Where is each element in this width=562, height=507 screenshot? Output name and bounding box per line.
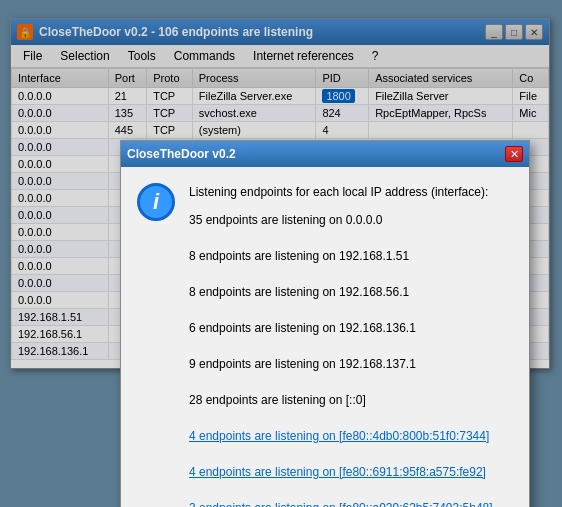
endpoint-line-2: 8 endpoints are listening on 192.168.56.… xyxy=(189,283,513,301)
dialog-content: Listening endpoints for each local IP ad… xyxy=(189,183,513,507)
dialog-header-line: Listening endpoints for each local IP ad… xyxy=(189,183,513,201)
info-icon: i xyxy=(137,183,175,221)
endpoint-line-5: 28 endpoints are listening on [::0] xyxy=(189,391,513,409)
endpoint-line-3: 6 endpoints are listening on 192.168.136… xyxy=(189,319,513,337)
endpoint-line-4: 9 endpoints are listening on 192.168.137… xyxy=(189,355,513,373)
dialog-overlay: CloseTheDoor v0.2 ✕ i Listening endpoint… xyxy=(0,0,562,507)
endpoint-line-6: 4 endpoints are listening on [fe80::4db0… xyxy=(189,427,513,445)
dialog-close-button[interactable]: ✕ xyxy=(505,146,523,162)
dialog-title: CloseTheDoor v0.2 xyxy=(127,147,499,161)
endpoint-line-0: 35 endpoints are listening on 0.0.0.0 xyxy=(189,211,513,229)
dialog-icon: i xyxy=(137,183,177,223)
endpoint-line-1: 8 endpoints are listening on 192.168.1.5… xyxy=(189,247,513,265)
dialog-title-bar: CloseTheDoor v0.2 ✕ xyxy=(121,141,529,167)
endpoint-line-8: 3 endpoints are listening on [fe80::a929… xyxy=(189,499,513,507)
dialog-body: i Listening endpoints for each local IP … xyxy=(121,167,529,507)
dialog: CloseTheDoor v0.2 ✕ i Listening endpoint… xyxy=(120,140,530,507)
endpoint-line-7: 4 endpoints are listening on [fe80::6911… xyxy=(189,463,513,481)
